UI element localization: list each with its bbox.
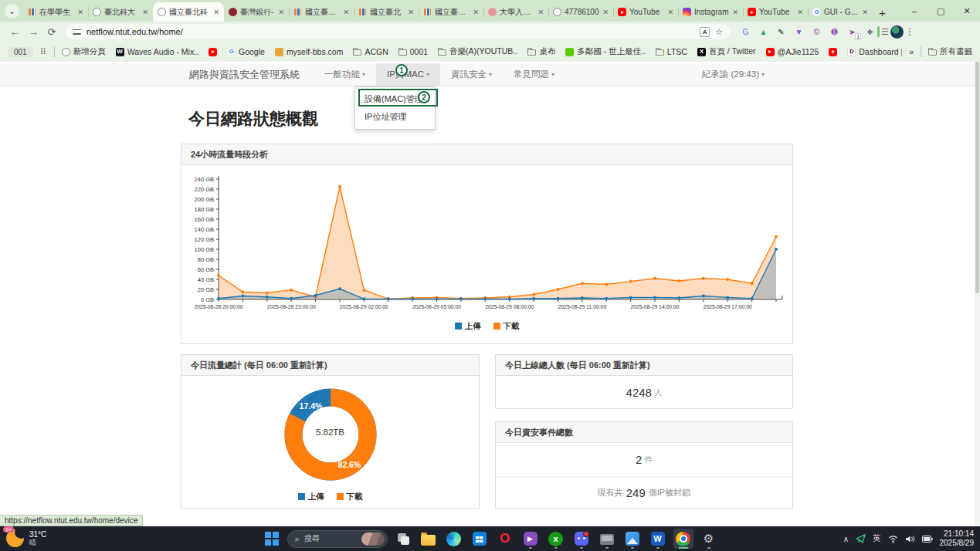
browser-menu-icon[interactable]: ⋮	[905, 26, 914, 37]
tab-close-icon[interactable]: ✕	[343, 8, 349, 16]
user-menu[interactable]: 紀承諭 (29:43) ▾	[702, 63, 765, 86]
tab-group-chip[interactable]: 001	[8, 47, 33, 57]
maximize-button[interactable]: ▢	[927, 6, 954, 16]
page-scrollbar[interactable]	[975, 62, 980, 526]
tab-close-icon[interactable]: ✕	[667, 8, 673, 16]
extensions-puzzle-icon[interactable]: ❖	[864, 26, 876, 38]
pencil-extension-icon[interactable]: ✎	[775, 26, 787, 38]
bookmark-item[interactable]	[209, 48, 217, 56]
back-icon[interactable]: ←	[6, 26, 23, 38]
bookmark-item[interactable]: myself-bbs.com	[275, 47, 344, 56]
bookmark-item[interactable]: 新增分頁	[62, 46, 106, 57]
traffic-legend[interactable]: 上傳下載	[181, 321, 792, 332]
battery-icon[interactable]	[922, 536, 933, 543]
taskbar-remote-desktop-icon[interactable]	[597, 529, 617, 549]
translate-page-icon[interactable]: A	[700, 27, 710, 37]
tray-chevron-up-icon[interactable]: ∧	[843, 535, 849, 543]
nav-menu-資訊安全[interactable]: 資訊安全▾	[440, 63, 503, 86]
browser-tab[interactable]: GGUI - Goo✕	[808, 2, 873, 22]
taskbar-clipchamp-icon[interactable]: ▶	[521, 529, 541, 549]
tab-search-button[interactable]: ⌄	[5, 4, 19, 19]
bookmark-item[interactable]	[829, 48, 837, 56]
browser-tab[interactable]: 國立臺北科✕	[153, 2, 224, 22]
donut-chart[interactable]: 17.4% 82.6% 5.82TB	[273, 379, 388, 490]
taskbar-edge-icon[interactable]	[444, 529, 464, 549]
legend-item[interactable]: 上傳	[298, 492, 324, 502]
bookmark-item[interactable]: X首頁 / Twitter	[697, 46, 756, 57]
nav-menu-常見問題[interactable]: 常見問題▾	[503, 63, 565, 86]
telegram-tray-icon[interactable]	[856, 534, 866, 543]
tab-close-icon[interactable]: ✕	[142, 8, 148, 16]
browser-tab[interactable]: 國立臺北科✕	[289, 2, 354, 22]
taskbar-chrome-icon[interactable]	[673, 529, 693, 549]
forward-icon[interactable]: →	[25, 26, 42, 38]
taskbar-discord-icon[interactable]	[571, 529, 592, 549]
browser-tab[interactable]: 臺灣銀行-✕	[224, 2, 289, 22]
start-button[interactable]	[262, 529, 282, 549]
apps-grid-icon[interactable]: ⠿	[40, 47, 47, 57]
address-bar[interactable]: netflow.ntut.edu.tw/home/ A ☆	[65, 24, 731, 39]
taskbar-file-explorer-icon[interactable]	[419, 529, 439, 549]
dropdown-item[interactable]: IP位址管理	[355, 108, 435, 126]
taskbar-task-view-icon[interactable]	[393, 529, 413, 549]
traffic-area-chart[interactable]: 0 GB20 GB40 GB60 GB80 GB100 GB120 GB140 …	[181, 170, 792, 321]
browser-tab[interactable]: YouTube✕	[613, 2, 678, 22]
tab-close-icon[interactable]: ✕	[77, 8, 83, 16]
site-brand[interactable]: 網路與資訊安全管理系統	[189, 63, 300, 86]
browser-tab[interactable]: YouTube✕	[743, 2, 808, 22]
tab-close-icon[interactable]: ✕	[797, 8, 803, 16]
bookmark-item[interactable]: WWaves Audio - Mix..	[116, 47, 198, 56]
taskbar-settings-icon[interactable]: ⚙	[699, 529, 719, 549]
tab-close-icon[interactable]: ✕	[602, 8, 609, 16]
nav-menu-IP與MAC[interactable]: IP與MAC▾	[376, 63, 440, 86]
tab-close-icon[interactable]: ✕	[537, 8, 544, 16]
tab-close-icon[interactable]: ✕	[732, 8, 738, 16]
weather-widget[interactable]: 9+ 31°C 晴	[6, 529, 46, 547]
tab-close-icon[interactable]: ✕	[862, 8, 868, 16]
google-translate-extension-icon[interactable]: G	[740, 26, 751, 38]
browser-tab[interactable]: 在學學生✕	[23, 2, 88, 22]
taskbar-photos-icon[interactable]	[622, 529, 643, 549]
tab-close-icon[interactable]: ✕	[213, 8, 219, 16]
tab-close-icon[interactable]: ✕	[408, 8, 414, 16]
all-bookmarks-item[interactable]: 所有書籤	[928, 46, 972, 57]
browser-tab[interactable]: Instagram✕	[678, 2, 743, 22]
legend-item[interactable]: 上傳	[455, 321, 481, 332]
taskbar-word-icon[interactable]: W	[648, 529, 668, 549]
close-button[interactable]: ✕	[954, 6, 980, 16]
taskbar-xbox-icon[interactable]: x	[546, 529, 566, 549]
legend-item[interactable]: 下載	[337, 492, 363, 502]
bookmarks-overflow-icon[interactable]: »	[909, 47, 914, 56]
reload-icon[interactable]: ⟳	[43, 26, 60, 38]
minimize-button[interactable]: –	[901, 6, 927, 15]
profile-avatar[interactable]	[890, 25, 904, 39]
site-settings-icon[interactable]	[73, 29, 81, 35]
wifi-icon[interactable]	[888, 535, 898, 543]
bookmark-item[interactable]: 音樂(A)(YOUTUB..	[438, 46, 517, 57]
legend-item[interactable]: 下載	[493, 321, 520, 332]
tab-close-icon[interactable]: ✕	[473, 8, 479, 16]
bookmark-item[interactable]: 桌布	[527, 46, 555, 57]
bookmark-item[interactable]: 0001	[398, 47, 428, 56]
bookmark-item[interactable]: DDashboard | DocH..	[847, 47, 902, 56]
share-extension-icon[interactable]: ➤1	[846, 26, 858, 38]
new-tab-button[interactable]: +	[876, 6, 889, 19]
url-text[interactable]: netflow.ntut.edu.tw/home/	[86, 27, 694, 36]
bookmark-star-icon[interactable]: ☆	[715, 27, 723, 37]
playlist-icon[interactable]: ☰	[881, 27, 889, 37]
volume-icon[interactable]	[905, 535, 915, 543]
donut-legend[interactable]: 上傳下載	[181, 492, 479, 502]
bookmark-item[interactable]: GGoogle	[227, 47, 265, 56]
copyright-extension-icon[interactable]: ©	[811, 26, 822, 38]
bookmark-item[interactable]: LTSC	[656, 47, 687, 56]
taskbar-search[interactable]: ⌕ 搜尋	[287, 530, 388, 548]
browser-tab[interactable]: 國立臺北科✕	[419, 2, 483, 22]
taskbar-clock[interactable]: 21:10:14 2025/8/29	[940, 529, 975, 549]
taskbar-microsoft-store-icon[interactable]	[470, 529, 490, 549]
browser-tab[interactable]: 大學入門3✕	[483, 2, 548, 22]
google-drive-extension-icon[interactable]: ▲	[758, 26, 769, 38]
downloader-extension-icon[interactable]: ➊	[829, 26, 840, 38]
browser-tab[interactable]: 國立臺北✕	[354, 2, 419, 22]
browser-tab[interactable]: 臺北科大✕	[88, 2, 153, 22]
bookmark-item[interactable]: ACGN	[353, 47, 388, 56]
